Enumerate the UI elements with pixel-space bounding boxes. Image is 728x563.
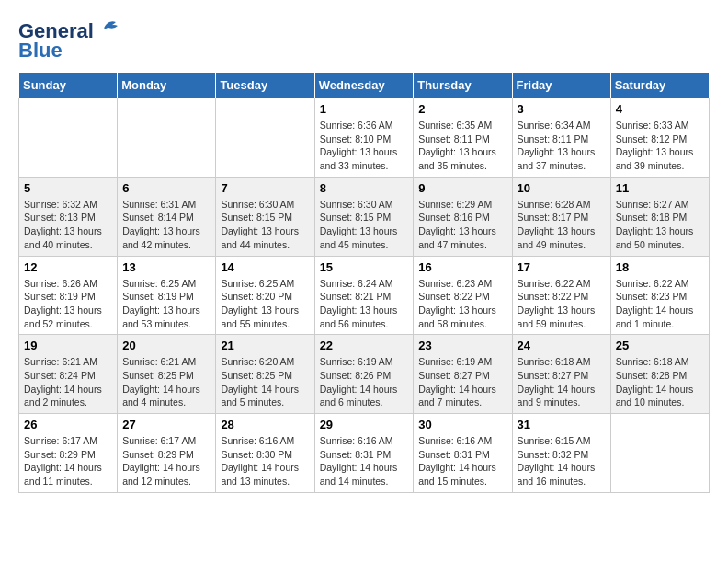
calendar-week-row: 5Sunrise: 6:32 AM Sunset: 8:13 PM Daylig… xyxy=(19,177,710,256)
calendar-cell: 22Sunrise: 6:19 AM Sunset: 8:26 PM Dayli… xyxy=(314,335,414,414)
calendar-cell: 2Sunrise: 6:35 AM Sunset: 8:11 PM Daylig… xyxy=(414,98,512,178)
calendar-cell: 19Sunrise: 6:21 AM Sunset: 8:24 PM Dayli… xyxy=(19,335,118,414)
weekday-header-row: SundayMondayTuesdayWednesdayThursdayFrid… xyxy=(19,73,710,98)
day-number: 6 xyxy=(122,181,210,195)
calendar-cell: 10Sunrise: 6:28 AM Sunset: 8:17 PM Dayli… xyxy=(512,177,610,256)
day-info: Sunrise: 6:25 AM Sunset: 8:20 PM Dayligh… xyxy=(221,277,309,331)
day-info: Sunrise: 6:19 AM Sunset: 8:27 PM Dayligh… xyxy=(418,355,506,409)
day-number: 22 xyxy=(320,339,409,352)
day-number: 21 xyxy=(221,339,309,352)
calendar-cell: 14Sunrise: 6:25 AM Sunset: 8:20 PM Dayli… xyxy=(216,256,314,335)
calendar-cell: 3Sunrise: 6:34 AM Sunset: 8:11 PM Daylig… xyxy=(512,98,610,178)
calendar-cell: 30Sunrise: 6:16 AM Sunset: 8:31 PM Dayli… xyxy=(414,414,512,493)
weekday-header-saturday: Saturday xyxy=(610,73,709,98)
day-number: 1 xyxy=(320,102,409,116)
day-info: Sunrise: 6:31 AM Sunset: 8:14 PM Dayligh… xyxy=(122,198,210,252)
day-info: Sunrise: 6:33 AM Sunset: 8:12 PM Dayligh… xyxy=(616,119,704,173)
day-info: Sunrise: 6:19 AM Sunset: 8:26 PM Dayligh… xyxy=(320,355,409,409)
logo-bird-icon xyxy=(94,18,119,44)
calendar-cell: 13Sunrise: 6:25 AM Sunset: 8:19 PM Dayli… xyxy=(118,256,216,335)
day-number: 25 xyxy=(616,339,704,352)
day-number: 7 xyxy=(221,181,309,195)
day-number: 15 xyxy=(320,260,409,274)
day-info: Sunrise: 6:18 AM Sunset: 8:27 PM Dayligh… xyxy=(518,355,606,409)
calendar-header: SundayMondayTuesdayWednesdayThursdayFrid… xyxy=(19,73,710,98)
weekday-header-tuesday: Tuesday xyxy=(216,73,314,98)
day-info: Sunrise: 6:30 AM Sunset: 8:15 PM Dayligh… xyxy=(320,198,409,252)
day-number: 12 xyxy=(24,260,112,274)
page-header: General Blue xyxy=(18,18,710,63)
calendar-cell: 28Sunrise: 6:16 AM Sunset: 8:30 PM Dayli… xyxy=(216,414,314,493)
calendar-cell: 9Sunrise: 6:29 AM Sunset: 8:16 PM Daylig… xyxy=(414,177,512,256)
day-info: Sunrise: 6:22 AM Sunset: 8:23 PM Dayligh… xyxy=(616,277,704,331)
day-info: Sunrise: 6:27 AM Sunset: 8:18 PM Dayligh… xyxy=(616,198,704,252)
day-info: Sunrise: 6:17 AM Sunset: 8:29 PM Dayligh… xyxy=(24,434,112,488)
calendar-cell: 20Sunrise: 6:21 AM Sunset: 8:25 PM Dayli… xyxy=(118,335,216,414)
day-number: 13 xyxy=(122,260,210,274)
calendar-cell: 7Sunrise: 6:30 AM Sunset: 8:15 PM Daylig… xyxy=(216,177,314,256)
day-number: 8 xyxy=(320,181,409,195)
day-number: 28 xyxy=(221,418,309,431)
day-info: Sunrise: 6:15 AM Sunset: 8:32 PM Dayligh… xyxy=(518,434,606,488)
day-info: Sunrise: 6:16 AM Sunset: 8:30 PM Dayligh… xyxy=(221,434,309,488)
day-info: Sunrise: 6:32 AM Sunset: 8:13 PM Dayligh… xyxy=(24,198,112,252)
calendar-table: SundayMondayTuesdayWednesdayThursdayFrid… xyxy=(18,72,710,493)
day-number: 17 xyxy=(518,260,606,274)
weekday-header-monday: Monday xyxy=(118,73,216,98)
day-info: Sunrise: 6:30 AM Sunset: 8:15 PM Dayligh… xyxy=(221,198,309,252)
calendar-cell: 17Sunrise: 6:22 AM Sunset: 8:22 PM Dayli… xyxy=(512,256,610,335)
day-info: Sunrise: 6:20 AM Sunset: 8:25 PM Dayligh… xyxy=(221,355,309,409)
day-info: Sunrise: 6:34 AM Sunset: 8:11 PM Dayligh… xyxy=(518,119,606,173)
day-number: 20 xyxy=(122,339,210,352)
weekday-header-sunday: Sunday xyxy=(19,73,118,98)
calendar-cell: 29Sunrise: 6:16 AM Sunset: 8:31 PM Dayli… xyxy=(314,414,414,493)
calendar-cell: 27Sunrise: 6:17 AM Sunset: 8:29 PM Dayli… xyxy=(118,414,216,493)
calendar-cell: 24Sunrise: 6:18 AM Sunset: 8:27 PM Dayli… xyxy=(512,335,610,414)
day-number: 14 xyxy=(221,260,309,274)
day-number: 16 xyxy=(418,260,506,274)
day-info: Sunrise: 6:26 AM Sunset: 8:19 PM Dayligh… xyxy=(24,277,112,331)
calendar-cell xyxy=(118,98,216,178)
day-info: Sunrise: 6:36 AM Sunset: 8:10 PM Dayligh… xyxy=(320,119,409,173)
logo: General Blue xyxy=(18,18,119,63)
day-number: 11 xyxy=(616,181,704,195)
day-number: 31 xyxy=(518,418,606,431)
calendar-cell: 1Sunrise: 6:36 AM Sunset: 8:10 PM Daylig… xyxy=(314,98,414,178)
day-number: 24 xyxy=(518,339,606,352)
day-number: 19 xyxy=(24,339,112,352)
calendar-body: 1Sunrise: 6:36 AM Sunset: 8:10 PM Daylig… xyxy=(19,98,710,493)
day-number: 4 xyxy=(616,102,704,116)
day-number: 10 xyxy=(518,181,606,195)
day-info: Sunrise: 6:21 AM Sunset: 8:25 PM Dayligh… xyxy=(122,355,210,409)
day-info: Sunrise: 6:17 AM Sunset: 8:29 PM Dayligh… xyxy=(122,434,210,488)
day-number: 5 xyxy=(24,181,112,195)
day-number: 29 xyxy=(320,418,409,431)
calendar-cell: 5Sunrise: 6:32 AM Sunset: 8:13 PM Daylig… xyxy=(19,177,118,256)
day-number: 3 xyxy=(518,102,606,116)
calendar-cell: 31Sunrise: 6:15 AM Sunset: 8:32 PM Dayli… xyxy=(512,414,610,493)
day-number: 26 xyxy=(24,418,112,431)
logo-blue: Blue xyxy=(18,39,63,63)
calendar-cell: 23Sunrise: 6:19 AM Sunset: 8:27 PM Dayli… xyxy=(414,335,512,414)
calendar-cell xyxy=(19,98,118,178)
day-number: 30 xyxy=(418,418,506,431)
day-info: Sunrise: 6:28 AM Sunset: 8:17 PM Dayligh… xyxy=(518,198,606,252)
day-info: Sunrise: 6:23 AM Sunset: 8:22 PM Dayligh… xyxy=(418,277,506,331)
calendar-week-row: 19Sunrise: 6:21 AM Sunset: 8:24 PM Dayli… xyxy=(19,335,710,414)
calendar-week-row: 12Sunrise: 6:26 AM Sunset: 8:19 PM Dayli… xyxy=(19,256,710,335)
day-number: 18 xyxy=(616,260,704,274)
calendar-cell: 12Sunrise: 6:26 AM Sunset: 8:19 PM Dayli… xyxy=(19,256,118,335)
weekday-header-friday: Friday xyxy=(512,73,610,98)
day-info: Sunrise: 6:35 AM Sunset: 8:11 PM Dayligh… xyxy=(418,119,506,173)
day-info: Sunrise: 6:16 AM Sunset: 8:31 PM Dayligh… xyxy=(320,434,409,488)
day-info: Sunrise: 6:29 AM Sunset: 8:16 PM Dayligh… xyxy=(418,198,506,252)
day-info: Sunrise: 6:18 AM Sunset: 8:28 PM Dayligh… xyxy=(616,355,704,409)
day-number: 27 xyxy=(122,418,210,431)
weekday-header-wednesday: Wednesday xyxy=(314,73,414,98)
calendar-week-row: 26Sunrise: 6:17 AM Sunset: 8:29 PM Dayli… xyxy=(19,414,710,493)
day-info: Sunrise: 6:22 AM Sunset: 8:22 PM Dayligh… xyxy=(518,277,606,331)
calendar-cell: 15Sunrise: 6:24 AM Sunset: 8:21 PM Dayli… xyxy=(314,256,414,335)
calendar-cell xyxy=(216,98,314,178)
day-info: Sunrise: 6:21 AM Sunset: 8:24 PM Dayligh… xyxy=(24,355,112,409)
calendar-cell: 25Sunrise: 6:18 AM Sunset: 8:28 PM Dayli… xyxy=(610,335,709,414)
